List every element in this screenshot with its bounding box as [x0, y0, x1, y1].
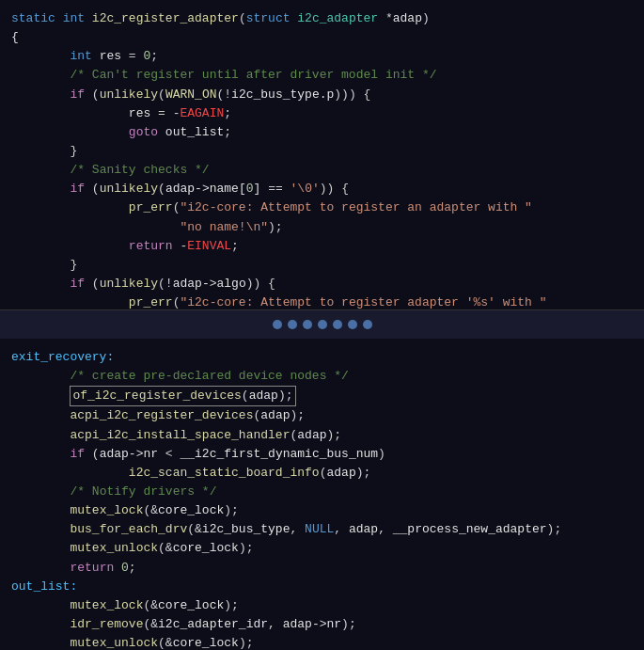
code-line: static int i2c_register_adapter(struct i…: [0, 9, 644, 28]
code-line: mutex_unlock(&core_lock);: [0, 539, 644, 558]
code-line: "no name!\n");: [0, 218, 644, 237]
divider-dots: [0, 310, 644, 339]
dot-4: [318, 320, 327, 329]
dot-6: [348, 320, 357, 329]
top-code-panel: static int i2c_register_adapter(struct i…: [0, 0, 644, 310]
code-line: if (adap->nr < __i2c_first_dynamic_bus_n…: [0, 445, 644, 464]
dot-3: [303, 320, 312, 329]
code-line: mutex_lock(&core_lock);: [0, 501, 644, 520]
dot-2: [288, 320, 297, 329]
code-line: }: [0, 142, 644, 161]
code-line: mutex_lock(&core_lock);: [0, 596, 644, 615]
code-line: pr_err("i2c-core: Attempt to register an…: [0, 198, 644, 217]
code-line: goto out_list;: [0, 123, 644, 142]
code-line: acpi_i2c_register_devices(adap);: [0, 406, 644, 425]
bottom-code-panel: exit_recovery: /* create pre-declared de…: [0, 339, 644, 650]
code-line: idr_remove(&i2c_adapter_idr, adap->nr);: [0, 615, 644, 634]
code-line: int res = 0;: [0, 47, 644, 66]
code-line: if (unlikely(!adap->algo)) {: [0, 275, 644, 293]
code-line: res = -EAGAIN;: [0, 104, 644, 123]
code-line: {: [0, 28, 644, 47]
code-line: pr_err("i2c-core: Attempt to register ad…: [0, 293, 644, 310]
code-line: /* Notify drivers */: [0, 483, 644, 501]
highlighted-code-line: of_i2c_register_devices(adap);: [0, 386, 644, 406]
code-line: return 0;: [0, 559, 644, 578]
code-line: bus_for_each_drv(&i2c_bus_type, NULL, ad…: [0, 520, 644, 539]
dot-7: [363, 320, 372, 329]
dot-5: [333, 320, 342, 329]
code-line: /* Can't register until after driver mod…: [0, 66, 644, 85]
dot-1: [273, 320, 282, 329]
code-line: return -EINVAL;: [0, 237, 644, 256]
code-line: }: [0, 256, 644, 275]
code-line: /* create pre-declared device nodes */: [0, 367, 644, 386]
code-line: if (unlikely(WARN_ON(!i2c_bus_type.p))) …: [0, 86, 644, 104]
code-line: /* Sanity checks */: [0, 161, 644, 180]
code-line: i2c_scan_static_board_info(adap);: [0, 464, 644, 483]
code-line: mutex_unlock(&core_lock);: [0, 634, 644, 650]
code-line: out_list:: [0, 578, 644, 596]
code-editor: static int i2c_register_adapter(struct i…: [0, 0, 644, 650]
code-line: exit_recovery:: [0, 348, 644, 367]
code-line: acpi_i2c_install_space_handler(adap);: [0, 426, 644, 445]
code-line: if (unlikely(adap->name[0] == '\0')) {: [0, 180, 644, 198]
